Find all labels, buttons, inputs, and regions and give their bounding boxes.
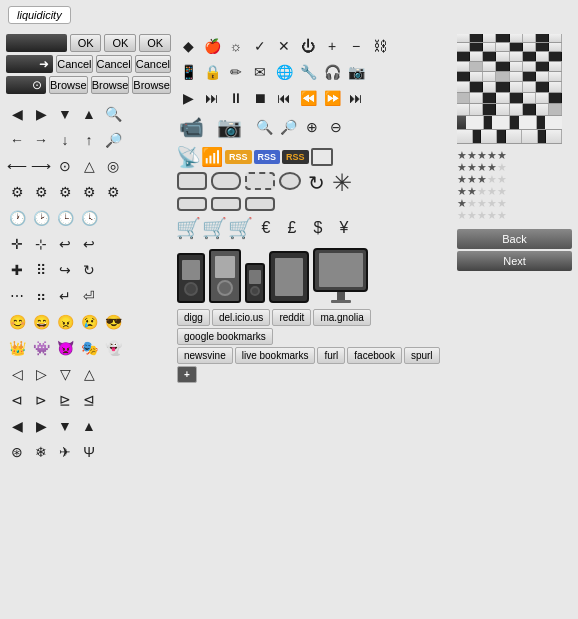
google-bookmarks-btn[interactable]: google bookmarks: [177, 328, 273, 345]
circle-up-icon[interactable]: △: [78, 155, 100, 177]
facebook-btn[interactable]: facebook: [347, 347, 402, 364]
video-cam-icon[interactable]: 📹: [177, 116, 205, 138]
tri-up-icon[interactable]: △: [78, 363, 100, 385]
add-social-btn[interactable]: +: [177, 366, 197, 383]
minus-icon[interactable]: −: [345, 35, 367, 57]
forward2-icon[interactable]: ↪: [54, 259, 76, 281]
circle-r-icon[interactable]: ▶: [30, 415, 52, 437]
browse-btn-2[interactable]: Browse: [91, 76, 130, 94]
arrow-left-icon[interactable]: ←: [6, 129, 28, 151]
link-icon[interactable]: ⛓: [369, 35, 391, 57]
ff-icon[interactable]: ⏩: [321, 87, 343, 109]
angry-icon[interactable]: 😠: [54, 311, 76, 333]
prev-icon[interactable]: ⏮: [273, 87, 295, 109]
smile-icon-1[interactable]: 😊: [6, 311, 28, 333]
apple-icon[interactable]: 🍎: [201, 35, 223, 57]
crown-icon-5[interactable]: 👻: [102, 337, 124, 359]
clock-icon-3[interactable]: 🕒: [54, 207, 76, 229]
sad-icon[interactable]: 😢: [78, 311, 100, 333]
wifi2-icon[interactable]: 📶: [201, 146, 223, 168]
plus-icon[interactable]: +: [321, 35, 343, 57]
sun-icon[interactable]: ☼: [225, 35, 247, 57]
search-icon[interactable]: 🔍: [102, 103, 124, 125]
redo-icon[interactable]: ↩: [78, 233, 100, 255]
circle-fwd-icon[interactable]: ⟶: [30, 155, 52, 177]
globe-icon[interactable]: 🌐: [273, 61, 295, 83]
crosshair-icon-2[interactable]: ⊹: [30, 233, 52, 255]
cancel-btn-1[interactable]: Cancel: [56, 55, 92, 73]
clock-icon-2[interactable]: 🕑: [30, 207, 52, 229]
ok-btn-2[interactable]: OK: [104, 34, 136, 52]
crown-icon-1[interactable]: 👑: [6, 337, 28, 359]
mail-icon[interactable]: ✉: [249, 61, 271, 83]
refresh-icon[interactable]: ↻: [78, 259, 100, 281]
gear-icon-4[interactable]: ⚙: [78, 181, 100, 203]
video-cam2-icon[interactable]: 📷: [215, 116, 243, 138]
circle-back-icon[interactable]: ⟵: [6, 155, 28, 177]
cart-icon-2[interactable]: 🛒: [203, 217, 225, 239]
rew-icon[interactable]: ⏪: [297, 87, 319, 109]
circ-right-icon[interactable]: ⊳: [30, 389, 52, 411]
arrow-right-icon[interactable]: →: [30, 129, 52, 151]
yen-icon[interactable]: ¥: [333, 217, 355, 239]
tri-down-icon[interactable]: ▽: [54, 363, 76, 385]
smile-icon-2[interactable]: 😄: [30, 311, 52, 333]
fork-icon[interactable]: Ψ: [78, 441, 100, 463]
rss-tag-3[interactable]: RSS: [282, 150, 309, 164]
check-icon[interactable]: ✓: [249, 35, 271, 57]
enter-icon[interactable]: ⏎: [78, 285, 100, 307]
logo-button[interactable]: liquidicity: [8, 6, 71, 24]
circle-u-icon[interactable]: ▲: [78, 415, 100, 437]
compass-icon[interactable]: ⊛: [6, 441, 28, 463]
pause-icon[interactable]: ⏸: [225, 87, 247, 109]
up-icon[interactable]: ▲: [78, 103, 100, 125]
circ-down2-icon[interactable]: ⊵: [54, 389, 76, 411]
arrow-down-icon[interactable]: ↓: [54, 129, 76, 151]
wifi-icon[interactable]: 📡: [177, 146, 199, 168]
down-icon[interactable]: ▼: [54, 103, 76, 125]
snowflake-icon[interactable]: ❄: [30, 441, 52, 463]
cart-icon-3[interactable]: 🛒: [229, 217, 251, 239]
zoom-in-icon[interactable]: 🔍: [253, 116, 275, 138]
gear-icon-5[interactable]: ⚙: [102, 181, 124, 203]
rss-tag-1[interactable]: RSS: [225, 150, 252, 164]
clock-icon-1[interactable]: 🕐: [6, 207, 28, 229]
crosshair-icon-1[interactable]: ✛: [6, 233, 28, 255]
clock-icon-4[interactable]: 🕓: [78, 207, 100, 229]
zoom-in2-icon[interactable]: ⊕: [301, 116, 323, 138]
circ-up2-icon[interactable]: ⊴: [78, 389, 100, 411]
crown-icon-2[interactable]: 👾: [30, 337, 52, 359]
cool-icon[interactable]: 😎: [102, 311, 124, 333]
crown-icon-3[interactable]: 👿: [54, 337, 76, 359]
ok-btn-3[interactable]: OK: [139, 34, 171, 52]
play-icon[interactable]: ▶: [177, 87, 199, 109]
next-button[interactable]: Next: [457, 251, 572, 271]
person-icon[interactable]: ✈: [54, 441, 76, 463]
dotted-icon-1[interactable]: ⋯: [6, 285, 28, 307]
ok-btn-1[interactable]: OK: [70, 34, 102, 52]
x-icon[interactable]: ✕: [273, 35, 295, 57]
burst-icon[interactable]: ✳: [331, 172, 353, 194]
gear-icon-2[interactable]: ⚙: [30, 181, 52, 203]
spurl-btn[interactable]: spurl: [404, 347, 440, 364]
end-icon[interactable]: ⏭: [345, 87, 367, 109]
lock-icon[interactable]: 🔒: [201, 61, 223, 83]
dotted-icon-2[interactable]: ⠶: [30, 285, 52, 307]
zoom-out-icon[interactable]: 🔎: [277, 116, 299, 138]
rss-tag-2[interactable]: RSS: [254, 150, 281, 164]
live-bookmarks-btn[interactable]: live bookmarks: [235, 347, 316, 364]
tri-right-icon[interactable]: ▷: [30, 363, 52, 385]
dot-grid-icon[interactable]: ⠿: [30, 259, 52, 281]
circle-d-icon[interactable]: ▼: [54, 415, 76, 437]
pencil-icon[interactable]: ✏: [225, 61, 247, 83]
stop-icon[interactable]: ⏹: [249, 87, 271, 109]
circle-l-icon[interactable]: ◀: [6, 415, 28, 437]
diamond-icon[interactable]: ◆: [177, 35, 199, 57]
tri-left-icon[interactable]: ◁: [6, 363, 28, 385]
furl-btn[interactable]: furl: [317, 347, 345, 364]
back-button[interactable]: Back: [457, 229, 572, 249]
newsvine-btn[interactable]: newsvine: [177, 347, 233, 364]
crown-icon-4[interactable]: 🎭: [78, 337, 100, 359]
delicious-btn[interactable]: del.icio.us: [212, 309, 270, 326]
cancel-btn-2[interactable]: Cancel: [96, 55, 132, 73]
